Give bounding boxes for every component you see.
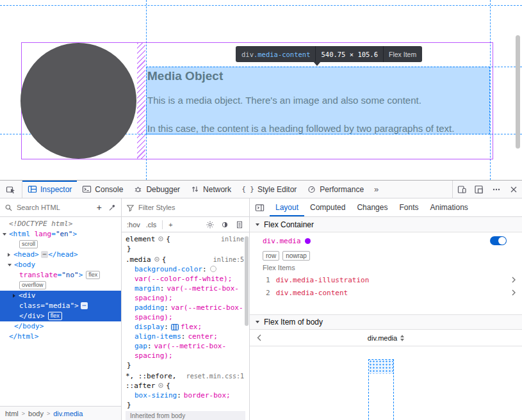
firefox-devtools-screenshot: Media Object This is a media object. The… [0, 0, 522, 420]
devtools-menu-button[interactable] [487, 181, 505, 198]
flex-badge-active[interactable]: flex [48, 312, 62, 320]
more-tabs-button[interactable]: » [369, 181, 384, 198]
markup-html-open[interactable]: <html lang="en"> [0, 229, 121, 239]
flex-item-outline [368, 359, 394, 420]
color-swatch[interactable] [210, 266, 216, 272]
declaration-padding[interactable]: padding:var(--metric-box-spacing); [126, 303, 245, 322]
overflow-badge[interactable]: overflow [19, 281, 46, 289]
tab-animations[interactable]: Animations [424, 198, 473, 216]
search-icon [4, 204, 13, 212]
selector-highlighter-icon[interactable] [158, 236, 164, 242]
sidebar-toggle-button[interactable] [250, 198, 270, 216]
rule-element[interactable]: element{ inline } [126, 234, 245, 254]
markup-head[interactable]: <head>⋯</head> [0, 250, 121, 260]
flex-item-row-1[interactable]: 1 div.media-illustration [250, 273, 522, 286]
inline-expander[interactable]: ⋯ [81, 302, 88, 309]
rule-origin-link[interactable]: inline [221, 234, 244, 244]
flex-container-selector: div.media [263, 237, 301, 245]
tab-inspector[interactable]: Inspector [22, 181, 77, 198]
meatball-menu-icon [491, 184, 502, 195]
inline-expander[interactable]: ⋯ [41, 251, 48, 258]
class-button[interactable]: .cls [146, 221, 157, 229]
flexbox-highlighter-toggle-icon[interactable] [171, 324, 179, 330]
light-mode-icon[interactable] [206, 220, 215, 229]
rules-scrollbar-thumb[interactable] [245, 236, 249, 326]
rule-origin-link[interactable]: inline:5 [213, 255, 244, 264]
dark-mode-icon[interactable] [220, 220, 229, 229]
flex-item-row-2[interactable]: 2 div.media-content [250, 286, 522, 299]
collapse-arrow-icon[interactable] [13, 294, 15, 298]
expand-arrow-icon[interactable] [8, 264, 12, 266]
breadcrumb-body[interactable]: body [28, 410, 44, 417]
tab-debugger[interactable]: Debugger [128, 181, 185, 198]
markup-div-open[interactable]: <div [0, 291, 121, 301]
selected-node[interactable]: <div class="media">⋯ </div>flex [0, 291, 121, 321]
responsive-design-mode-button[interactable] [453, 181, 470, 198]
markup-html-close[interactable]: </html> [0, 332, 121, 342]
tab-fonts[interactable]: Fonts [393, 198, 424, 216]
filter-styles-box[interactable]: Filter Styles [122, 198, 250, 216]
tab-performance[interactable]: Performance [302, 181, 369, 198]
tab-network[interactable]: Network [185, 181, 236, 198]
debugger-icon [133, 184, 143, 194]
eyedropper-icon[interactable] [108, 203, 117, 212]
declaration-box-sizing[interactable]: box-sizing:border-box; [126, 391, 245, 400]
page-scrollbar-thumb[interactable] [516, 35, 520, 149]
frames-button[interactable] [470, 181, 487, 198]
style-editor-icon: { } [241, 185, 254, 193]
print-media-icon[interactable] [235, 220, 244, 229]
pick-element-button[interactable] [0, 181, 22, 198]
flex-highlighter-toggle[interactable] [490, 236, 507, 245]
highlighter-color-dot[interactable] [305, 238, 311, 244]
tab-computed[interactable]: Computed [304, 198, 351, 216]
flex-item-section-header[interactable]: Flex Item of body [250, 314, 522, 330]
rule-origin-link[interactable]: reset.min.css:1 [186, 371, 244, 381]
markup-body-close[interactable]: </body> [0, 321, 121, 332]
rule-reset[interactable]: *, ::before, ::after{ reset.min.css:1 bo… [126, 371, 245, 410]
markup-body-attr[interactable]: translate="no">flex [0, 270, 121, 280]
flex-container-section-header[interactable]: Flex Container [250, 217, 522, 232]
flex-badge[interactable]: flex [86, 271, 100, 279]
declaration-display[interactable]: display:flex; [126, 322, 245, 332]
flex-items-label: Flex Items [250, 262, 522, 273]
declaration-align-items[interactable]: align-items:center; [126, 332, 245, 341]
tab-changes[interactable]: Changes [351, 198, 393, 216]
markup-body-open[interactable]: <body [0, 260, 121, 270]
devtools-content: <!DOCTYPE html> <html lang="en"> scroll … [0, 217, 522, 420]
markup-div-attr[interactable]: class="media">⋯ [0, 301, 121, 311]
rules-toolbar: :hov .cls + [122, 217, 249, 232]
declaration-background-color[interactable]: background-color:var(--color-off-white); [126, 264, 245, 284]
chevron-right-icon [511, 276, 516, 284]
breadcrumb-html[interactable]: html [5, 410, 19, 417]
rule-media[interactable]: .media{ inline:5 background-color:var(--… [126, 255, 245, 370]
previous-item-button[interactable] [254, 330, 265, 346]
collapse-arrow-icon[interactable] [8, 253, 10, 257]
add-node-button[interactable]: + [95, 202, 104, 213]
scroll-badge[interactable]: scroll [19, 240, 38, 248]
breadcrumb-div-media[interactable]: div.media [53, 410, 83, 417]
flex-item-select[interactable]: div.media [368, 334, 397, 342]
infobar-arrow [313, 61, 321, 66]
declaration-gap[interactable]: gap:var(--metric-box-spacing); [126, 341, 245, 360]
inherited-from-body-header: Inherited from body [126, 411, 245, 420]
rules-panel: :hov .cls + [122, 217, 250, 420]
tab-inspector-label: Inspector [40, 185, 72, 194]
media-heading: Media Object [147, 69, 223, 83]
infobar-dimensions: 540.75 × 105.6 [321, 51, 378, 58]
close-devtools-button[interactable] [505, 181, 522, 198]
markup-doctype[interactable]: <!DOCTYPE html> [0, 219, 121, 229]
declaration-margin[interactable]: margin:var(--metric-box-spacing); [126, 284, 245, 303]
toggle-knob [498, 237, 506, 245]
add-rule-button[interactable]: + [168, 221, 172, 229]
markup-search-box[interactable]: Search HTML + [0, 198, 122, 216]
selector-highlighter-icon[interactable] [158, 382, 164, 389]
pseudo-class-button[interactable]: :hov [127, 221, 140, 229]
markup-panel: <!DOCTYPE html> <html lang="en"> scroll … [0, 217, 122, 420]
tab-layout[interactable]: Layout [270, 198, 304, 216]
markup-div-close[interactable]: </div>flex [0, 311, 121, 321]
flex-container-row[interactable]: div.media [250, 232, 522, 249]
tab-style-editor[interactable]: { } Style Editor [236, 181, 302, 198]
expand-arrow-icon[interactable] [3, 233, 6, 236]
tab-console[interactable]: Console [77, 181, 128, 198]
selector-highlighter-icon[interactable] [154, 256, 160, 262]
